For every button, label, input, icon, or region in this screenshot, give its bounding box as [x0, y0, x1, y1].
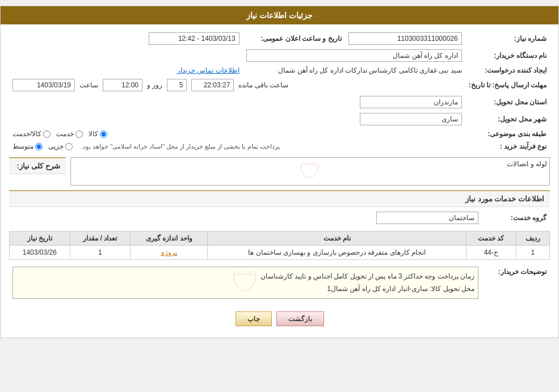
- mohlat-baqi-box: 22:03:27: [191, 79, 234, 91]
- mohlat-saat-label: ساعت: [79, 81, 98, 89]
- mohlat-rooz-box: 5: [167, 79, 187, 91]
- ostan-box: مازندران: [360, 96, 462, 108]
- noeFarayand-label: نوع فرآیند خرید :: [465, 140, 550, 153]
- namDastgah-value: اداره کل راه آهن شمال: [9, 47, 465, 64]
- col-kod: کد خدمت: [466, 231, 516, 246]
- mohlat-row: 1403/03/19 ساعت 12:00 روز و 5 22:03:27: [9, 77, 465, 94]
- page-header: جزئیات اطلاعات نیاز: [1, 6, 558, 24]
- col-nam: نام خدمت: [208, 231, 466, 246]
- shahr-box: ساری: [360, 113, 462, 125]
- sharh-box: 🛡 لوله و اتصالات: [70, 157, 550, 186]
- cell-nam: انجام کارهای متفرقه درخصوص بازسازی و بهس…: [208, 246, 466, 260]
- print-button[interactable]: چاپ: [236, 311, 272, 326]
- goroh-box: ساختمان: [376, 212, 478, 224]
- tawzihat-text: زمان پرداخت وجه حداکثر 3 ماه پس از تحویل…: [16, 271, 474, 295]
- ittilaat-link[interactable]: اطلاعات تماس خریدار: [177, 66, 239, 74]
- tarikh-box: 1403/03/13 - 12:42: [149, 32, 239, 45]
- col-tarikh: تاریخ نیاز: [10, 231, 70, 246]
- cell-tarikh: 1403/03/26: [10, 246, 70, 260]
- col-radif: ردیف: [516, 231, 549, 246]
- mohlat-date-box: 1403/03/19: [12, 79, 75, 91]
- tabaqe-khidmat[interactable]: خدمت: [56, 130, 83, 138]
- tarikh-value: 1403/03/13 - 12:42: [9, 30, 243, 47]
- ijadKonande-label: ایجاد کننده درخواست:: [465, 64, 550, 77]
- khadamat-section-title: اطلاعات خدمات مورد نیاز: [9, 190, 550, 207]
- sharh-label: شرح کلی نیاز:: [9, 157, 66, 174]
- ostan-value: مازندران: [9, 94, 465, 111]
- cell-kod: ج-44: [466, 246, 516, 260]
- cell-vahed: پروژه: [131, 246, 208, 260]
- tabaqe-label: طبقه بندی موضوعی:: [465, 128, 550, 140]
- tabaqe-kala-khidmat[interactable]: کالا/خدمت: [12, 130, 51, 138]
- noeFarayand-jozi[interactable]: جزیی: [48, 142, 73, 150]
- mohlat-saat-box: 12:00: [103, 79, 142, 91]
- mohlat-rooz-label: روز و: [147, 81, 162, 89]
- tawzihat-value: 🛡 زمان پرداخت وجه حداکثر 3 ماه پس از تحو…: [9, 264, 482, 301]
- mohlat-label: مهلت ارسال پاسخ: تا تاریخ:: [465, 77, 550, 94]
- cell-radif: 1: [516, 246, 549, 260]
- noeFarayand-row: متوسط جزیی پرداخت تمام یا بخشی از مبلغ خ…: [9, 140, 465, 153]
- goroh-value: ساختمان: [9, 209, 482, 226]
- cell-tedad: 1: [70, 246, 130, 260]
- ittilaat-link-cell[interactable]: اطلاعات تماس خریدار: [9, 64, 243, 77]
- table-row: 1 ج-44 انجام کارهای متفرقه درخصوص بازساز…: [10, 246, 550, 260]
- tabaqe-radio: کالا/خدمت خدمت کالا: [9, 128, 465, 140]
- noeFarayand-note: پرداخت تمام یا بخشی از مبلغ خریدار از مح…: [81, 143, 280, 150]
- namDastgah-box: اداره کل راه آهن شمال: [246, 49, 462, 62]
- tarikh-label: تاریخ و ساعت اعلان عمومی:: [243, 30, 345, 47]
- services-table: ردیف کد خدمت نام خدمت واحد اندازه گیری ت…: [9, 231, 550, 260]
- shomareNiaz-label: شماره نیاز:: [465, 30, 550, 47]
- tabaqe-kala[interactable]: کالا: [89, 130, 107, 138]
- sharh-value: لوله و اتصالات: [73, 160, 547, 168]
- mohlat-baqi-label: ساعت باقی مانده: [238, 81, 288, 89]
- col-vahed: واحد اندازه گیری: [131, 231, 208, 246]
- goroh-label: گروه خدمت:: [482, 209, 550, 226]
- shahr-label: شهر محل تحویل:: [465, 111, 550, 128]
- tawzihat-box: 🛡 زمان پرداخت وجه حداکثر 3 ماه پس از تحو…: [12, 267, 478, 299]
- noeFarayand-motawaset[interactable]: متوسط: [12, 142, 43, 150]
- col-tedad: تعداد / مقدار: [70, 231, 130, 246]
- ostan-label: استان محل تحویل:: [465, 94, 550, 111]
- tawzihat-label: توضیحات خریدار:: [482, 264, 550, 301]
- shomareNiaz-box: 1103003311000026: [348, 32, 462, 45]
- shahr-value: ساری: [9, 111, 465, 128]
- back-button[interactable]: بازگشت: [276, 311, 324, 326]
- shomareNiaz-value: 1103003311000026: [345, 30, 465, 47]
- button-area: بازگشت چاپ: [9, 306, 550, 332]
- namDastgah-label: نام دستگاه خریدار:: [465, 47, 550, 64]
- page-title: جزئیات اطلاعات نیاز: [246, 11, 313, 20]
- ijadKonande-value: سید نبی غفاری تاکامی کارشناس تدارکات ادا…: [243, 64, 465, 77]
